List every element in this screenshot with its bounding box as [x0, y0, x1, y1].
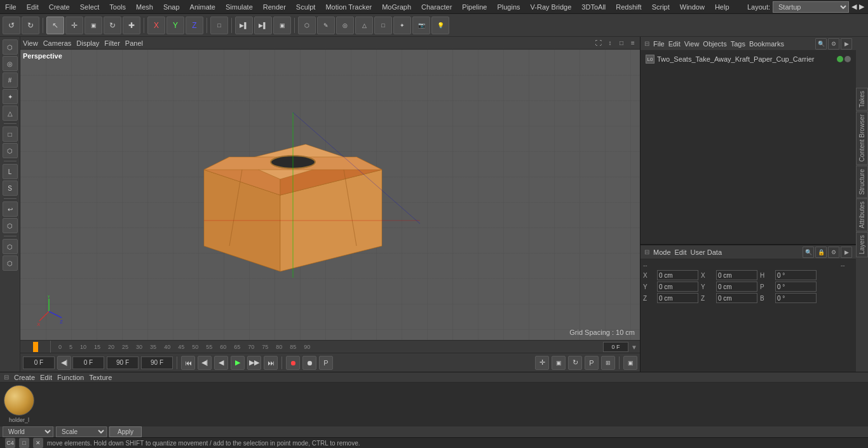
menu-snap[interactable]: Snap	[158, 2, 185, 12]
menu-tools[interactable]: Tools	[104, 2, 131, 12]
frame-minus-btn[interactable]: ◀|	[57, 356, 71, 370]
vp-menu-view[interactable]: View	[23, 39, 38, 47]
objects-search-icon[interactable]: 🔍	[815, 38, 827, 50]
objects-arrow-icon[interactable]: ▶	[841, 38, 852, 50]
vp-menu-filter[interactable]: Filter	[104, 39, 119, 47]
play-forward-button[interactable]: ▶▶	[247, 356, 261, 370]
deform-button[interactable]: △	[355, 17, 373, 34]
attr-h-input[interactable]	[775, 270, 817, 280]
sidebar-mode-btn-1[interactable]: ⬡	[3, 39, 18, 55]
play-reverse-button[interactable]: ◀	[214, 356, 228, 370]
end-frame-input-1[interactable]	[107, 356, 139, 369]
sidebar-mode-btn-13[interactable]: ⬡	[3, 255, 18, 271]
attr-z-val2-input[interactable]	[716, 293, 757, 303]
attr-b-input[interactable]	[775, 293, 817, 303]
attributes-menu-edit[interactable]: Edit	[675, 248, 687, 256]
attributes-settings-icon[interactable]: ⚙	[828, 247, 839, 258]
rotate-tool-button[interactable]: ↻	[104, 17, 121, 34]
object-mode-button[interactable]: □	[210, 17, 228, 34]
menu-plugins[interactable]: Plugins	[492, 2, 525, 12]
objects-menu-tags[interactable]: Tags	[731, 40, 745, 48]
layout-dropdown[interactable]: Startup	[773, 1, 849, 13]
sidebar-mode-btn-7[interactable]: ⬡	[3, 143, 18, 158]
objects-menu-view[interactable]: View	[684, 40, 700, 48]
bottom-menu-function[interactable]: Function	[57, 374, 84, 381]
p-tool-transport[interactable]: P	[585, 356, 599, 370]
menu-character[interactable]: Character	[416, 2, 457, 12]
sidebar-mode-btn-2[interactable]: ◎	[3, 56, 18, 71]
go-end-button[interactable]: ⏭	[264, 356, 278, 370]
start-frame-input[interactable]	[23, 356, 55, 369]
vp-menu-cameras[interactable]: Cameras	[43, 39, 72, 47]
sidebar-mode-btn-6[interactable]: □	[3, 126, 18, 142]
menu-render[interactable]: Render	[258, 2, 291, 12]
objects-menu-file[interactable]: File	[653, 40, 665, 48]
move-tool-transport[interactable]: ✛	[535, 356, 549, 370]
step-back-button[interactable]: ◀|	[198, 356, 212, 370]
end-frame-input-2[interactable]	[141, 356, 173, 369]
bottom-menu-create[interactable]: Create	[14, 374, 35, 381]
transform-tool-button[interactable]: ✚	[123, 17, 140, 34]
render-region-button[interactable]: ▶▌	[235, 17, 253, 34]
side-tab-structure[interactable]: Structure	[856, 166, 868, 198]
y-axis-button[interactable]: Y	[166, 17, 184, 34]
objects-menu-objects[interactable]: Objects	[703, 40, 726, 48]
redo-button[interactable]: ↻	[22, 17, 39, 34]
camera-button[interactable]: 📷	[412, 17, 430, 34]
current-frame-display[interactable]	[603, 342, 628, 352]
frame-arrow[interactable]: ▼	[631, 344, 637, 351]
menu-mesh[interactable]: Mesh	[131, 2, 158, 12]
layout-arrow-right[interactable]: ▶	[859, 3, 864, 11]
sidebar-mode-btn-11[interactable]: ⬡	[3, 218, 18, 233]
attributes-menu-userdata[interactable]: User Data	[691, 248, 722, 256]
attributes-search-icon[interactable]: 🔍	[803, 247, 814, 258]
menu-mograph[interactable]: MoGraph	[377, 2, 416, 12]
menu-sculpt[interactable]: Sculpt	[291, 2, 321, 12]
scale-tool-transport[interactable]: ▣	[552, 356, 566, 370]
play-button[interactable]: ▶	[231, 356, 245, 370]
view-mode-button[interactable]: ▣	[623, 356, 637, 370]
x-axis-button[interactable]: X	[147, 17, 165, 34]
z-axis-button[interactable]: Z	[186, 17, 203, 34]
light-button[interactable]: 💡	[431, 17, 449, 34]
menu-redshift[interactable]: Redshift	[611, 2, 646, 12]
select-tool-button[interactable]: ↖	[46, 17, 64, 34]
apply-button[interactable]: Apply	[109, 426, 142, 437]
menu-simulate[interactable]: Simulate	[220, 2, 258, 12]
attr-p-input[interactable]	[775, 282, 817, 292]
world-dropdown[interactable]: World	[3, 426, 53, 437]
attributes-menu-mode[interactable]: Mode	[653, 248, 671, 256]
sidebar-mode-btn-10[interactable]: ↩	[3, 201, 18, 217]
vp-icon-1[interactable]: ⛶	[594, 39, 603, 48]
undo-button[interactable]: ↺	[3, 17, 20, 34]
go-start-button[interactable]: ⏮	[181, 356, 195, 370]
menu-window[interactable]: Window	[675, 2, 710, 12]
vp-icon-4[interactable]: ≡	[628, 39, 637, 48]
attr-x-val2-input[interactable]	[716, 270, 757, 280]
nurbs-button[interactable]: ◎	[336, 17, 354, 34]
scale-tool-button[interactable]: ▣	[85, 17, 102, 34]
side-tab-content-browser[interactable]: Content Browser	[856, 111, 868, 165]
objects-menu-bookmarks[interactable]: Bookmarks	[749, 40, 784, 48]
attributes-arrow-icon[interactable]: ▶	[841, 247, 852, 258]
bottom-menu-texture[interactable]: Texture	[89, 374, 112, 381]
menu-script[interactable]: Script	[647, 2, 675, 12]
rotate-tool-transport[interactable]: ↻	[568, 356, 582, 370]
side-tab-takes[interactable]: Takes	[856, 88, 868, 111]
bottom-menu-edit[interactable]: Edit	[40, 374, 52, 381]
attributes-lock-icon[interactable]: 🔒	[815, 247, 827, 258]
layout-arrow-left[interactable]: ◀	[851, 3, 857, 11]
grid-tool-transport[interactable]: ⊞	[601, 356, 615, 370]
attr-y-val2-input[interactable]	[716, 282, 757, 292]
side-tab-attributes[interactable]: Attributes	[856, 198, 868, 231]
menu-create[interactable]: Create	[44, 2, 75, 12]
attr-x-pos-input[interactable]	[657, 270, 698, 280]
sidebar-mode-btn-9[interactable]: S	[3, 180, 18, 196]
vp-icon-2[interactable]: ↕	[606, 39, 614, 48]
menu-motion-tracker[interactable]: Motion Tracker	[320, 2, 377, 12]
menu-3dtoall[interactable]: 3DToAll	[576, 2, 611, 12]
menu-animate[interactable]: Animate	[185, 2, 220, 12]
sidebar-mode-btn-3[interactable]: #	[3, 72, 18, 88]
cube-button[interactable]: ⬡	[298, 17, 316, 34]
record-button[interactable]: ⏺	[286, 356, 300, 370]
